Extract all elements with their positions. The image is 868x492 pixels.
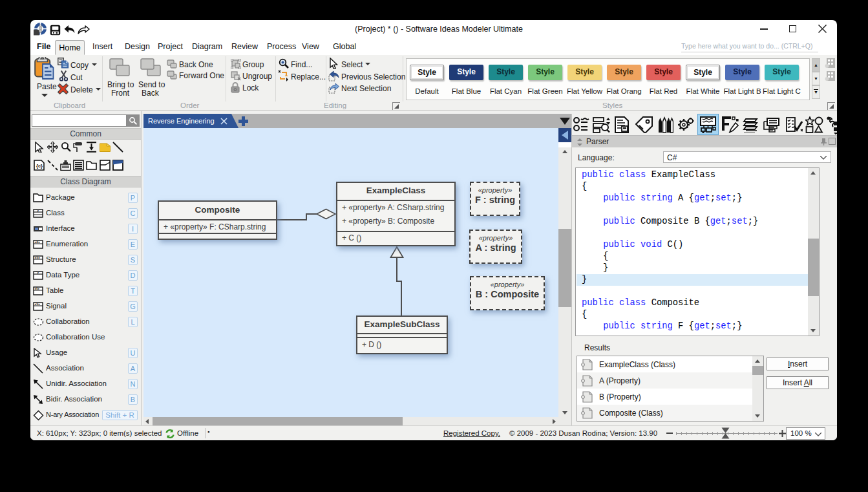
svg-text:«e»: «e» <box>35 240 41 244</box>
svg-text:«s»: «s» <box>35 255 41 259</box>
svg-text:{c}: {c} <box>36 163 43 169</box>
svg-text:¯c¯: ¯c¯ <box>35 209 41 213</box>
svg-text:«s»: «s» <box>35 302 41 306</box>
svg-text:¯c¯: ¯c¯ <box>35 271 41 275</box>
svg-text:«t»: «t» <box>35 286 39 290</box>
